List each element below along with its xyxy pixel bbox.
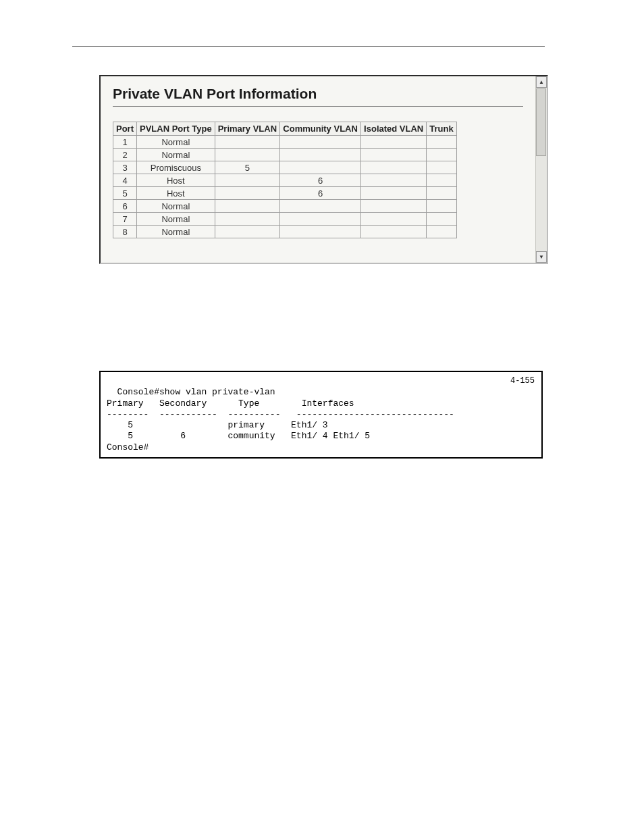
cell <box>215 187 279 200</box>
cell <box>280 213 361 226</box>
cell: 7 <box>113 213 137 226</box>
table-row: 1Normal <box>113 136 457 149</box>
scroll-up-button[interactable]: ▲ <box>536 76 547 88</box>
cell: 1 <box>113 136 137 149</box>
cell <box>215 149 279 161</box>
cell <box>215 174 279 187</box>
page-top-rule <box>72 46 545 47</box>
cell: 4 <box>113 174 137 187</box>
cell <box>215 226 279 238</box>
cell: 5 <box>113 187 137 200</box>
cell <box>427 174 456 187</box>
cell: 6 <box>280 174 361 187</box>
cell: Promiscuous <box>137 161 215 174</box>
col-community: Community VLAN <box>280 122 361 136</box>
cli-output-text: Console#show vlan private-vlan Primary S… <box>107 387 454 452</box>
cell <box>427 200 456 213</box>
cell <box>280 226 361 238</box>
cell: 2 <box>113 149 137 161</box>
vertical-scrollbar[interactable]: ▲ ▼ <box>535 76 547 263</box>
panel-title-rule <box>113 106 523 107</box>
pvlan-table: Port PVLAN Port Type Primary VLAN Commun… <box>113 122 457 238</box>
cell <box>427 149 456 161</box>
cell: Normal <box>137 213 215 226</box>
cell: 8 <box>113 226 137 238</box>
cell: Normal <box>137 200 215 213</box>
cell <box>280 200 361 213</box>
cell <box>280 136 361 149</box>
table-row: 3Promiscuous5 <box>113 161 457 174</box>
pvlan-port-info-panel: Private VLAN Port Information Port PVLAN… <box>99 75 548 264</box>
col-port: Port <box>113 122 137 136</box>
cell <box>361 226 427 238</box>
scroll-down-button[interactable]: ▼ <box>536 251 547 263</box>
panel-title: Private VLAN Port Information <box>113 86 523 102</box>
cell: 6 <box>113 200 137 213</box>
table-header-row: Port PVLAN Port Type Primary VLAN Commun… <box>113 122 457 136</box>
cell <box>215 213 279 226</box>
cell <box>215 200 279 213</box>
cli-output-box: 4-155Console#show vlan private-vlan Prim… <box>99 371 543 459</box>
cell <box>280 161 361 174</box>
cell: 3 <box>113 161 137 174</box>
cell: Host <box>137 174 215 187</box>
cell <box>361 136 427 149</box>
table-row: 8Normal <box>113 226 457 238</box>
cell <box>280 149 361 161</box>
table-row: 4Host6 <box>113 174 457 187</box>
col-primary: Primary VLAN <box>215 122 279 136</box>
cell <box>361 200 427 213</box>
table-row: 2Normal <box>113 149 457 161</box>
col-trunk: Trunk <box>427 122 456 136</box>
cell <box>427 226 456 238</box>
cell: Normal <box>137 136 215 149</box>
cell <box>427 187 456 200</box>
table-row: 6Normal <box>113 200 457 213</box>
cell <box>361 161 427 174</box>
cell <box>361 174 427 187</box>
cell: Host <box>137 187 215 200</box>
table-row: 5Host6 <box>113 187 457 200</box>
col-isolated: Isolated VLAN <box>361 122 427 136</box>
cell <box>361 187 427 200</box>
cell: 5 <box>215 161 279 174</box>
table-row: 7Normal <box>113 213 457 226</box>
cell <box>427 213 456 226</box>
cell: Normal <box>137 149 215 161</box>
cell <box>427 136 456 149</box>
cell <box>215 136 279 149</box>
cell <box>361 213 427 226</box>
cell <box>427 161 456 174</box>
cell: 6 <box>280 187 361 200</box>
cli-page-ref: 4-155 <box>510 376 535 386</box>
cell: Normal <box>137 226 215 238</box>
scroll-thumb[interactable] <box>536 88 546 156</box>
cell <box>361 149 427 161</box>
col-port-type: PVLAN Port Type <box>137 122 215 136</box>
